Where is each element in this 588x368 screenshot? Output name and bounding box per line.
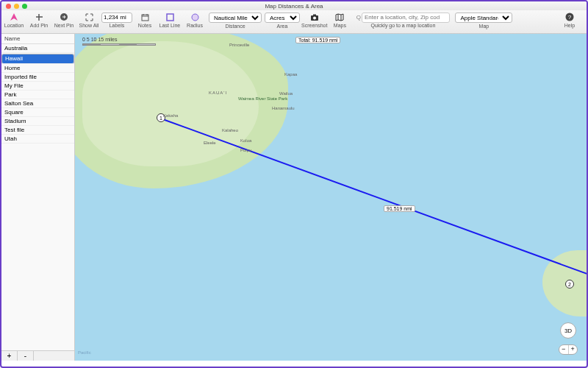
sidebar-item-my-file[interactable]: My File: [1, 82, 74, 91]
svg-rect-2: [167, 14, 173, 21]
close-icon[interactable]: [6, 4, 11, 9]
svg-text:?: ?: [568, 14, 572, 21]
segment-distance-label: 91.519 nmi: [384, 205, 415, 212]
measure-display: Labels: [101, 12, 132, 32]
sidebar-item-australia[interactable]: Australia: [1, 44, 74, 53]
notes-button[interactable]: Notes: [132, 12, 157, 32]
distance-unit-select[interactable]: Nautical Miles Distance: [207, 12, 263, 32]
help-button[interactable]: ? Help: [557, 12, 582, 32]
next-pin-button[interactable]: Next Pin: [51, 12, 76, 32]
locations-list: AustraliaHawaiiHomeImported fileMy FileP…: [1, 44, 74, 350]
area-unit-select[interactable]: Acres Area: [263, 12, 301, 32]
sidebar-item-park[interactable]: Park: [1, 91, 74, 99]
zoom-in-button[interactable]: +: [569, 345, 578, 354]
3d-toggle-button[interactable]: 3D: [560, 322, 576, 339]
map-style-dropdown[interactable]: Apple Standard: [455, 13, 512, 23]
arrow-right-circle-icon: [60, 12, 68, 22]
sidebar-item-salton-sea[interactable]: Salton Sea: [1, 99, 74, 108]
sidebar-item-hawaii[interactable]: Hawaii: [1, 54, 74, 64]
show-all-button[interactable]: Show All: [76, 12, 101, 32]
map-scale: 0 5 10 15 miles: [82, 37, 156, 46]
scale-bar-icon: [82, 43, 156, 46]
place-label: Wailua: [279, 91, 293, 96]
sidebar-item-utah[interactable]: Utah: [1, 135, 74, 144]
add-pin-button[interactable]: Add Pin: [26, 12, 51, 32]
distance-unit-dropdown[interactable]: Nautical Miles: [209, 13, 262, 23]
place-label: Eleele: [204, 141, 216, 145]
location-search-input[interactable]: [362, 13, 450, 23]
sidebar-item-imported-file[interactable]: Imported file: [1, 73, 74, 82]
place-label: KAUA'I: [209, 91, 227, 95]
area-unit-dropdown[interactable]: Acres: [265, 13, 300, 23]
add-location-button[interactable]: +: [1, 351, 18, 361]
sidebar-header: Name: [1, 34, 74, 44]
total-distance-label: Total: 91.519 nmi: [295, 37, 340, 43]
fullscreen-icon[interactable]: [22, 4, 27, 9]
sidebar-item-stadium[interactable]: Stadium: [1, 117, 74, 126]
island-kauai: [75, 34, 288, 188]
last-line-button[interactable]: Last Line: [157, 12, 182, 32]
sidebar-item-square[interactable]: Square: [1, 108, 74, 117]
radius-button[interactable]: Radius: [182, 12, 207, 32]
circle-icon: [191, 12, 199, 22]
calendar-icon: [141, 12, 149, 22]
svg-rect-1: [142, 15, 148, 21]
plus-icon: [35, 12, 43, 22]
locations-sidebar: Name AustraliaHawaiiHomeImported fileMy …: [1, 34, 75, 361]
measure-value-field: [101, 13, 132, 23]
location-button[interactable]: Location: [1, 12, 26, 32]
park-label: Waimea River State Park: [238, 96, 287, 101]
place-label: Kapaa: [284, 72, 297, 77]
maps-button[interactable]: Maps: [327, 12, 352, 32]
expand-icon: [85, 12, 93, 22]
svg-rect-6: [313, 14, 316, 15]
pin-2[interactable]: 2: [565, 280, 574, 289]
screenshot-button[interactable]: Screenshot: [301, 12, 327, 32]
svg-point-5: [313, 16, 316, 19]
goto-search[interactable]: Q Quickly go to a map location: [352, 12, 453, 32]
map-view[interactable]: 0 5 10 15 miles Total: 91.519 nmi 91.519…: [75, 34, 587, 361]
remove-location-button[interactable]: -: [18, 351, 34, 361]
zoom-control: − +: [559, 344, 578, 355]
map-icon: [335, 12, 344, 22]
minimize-icon[interactable]: [14, 4, 19, 9]
square-outline-icon: [166, 12, 174, 22]
toolbar: Location Add Pin Next Pin Show All Label…: [1, 10, 587, 34]
svg-point-3: [192, 14, 198, 21]
sidebar-item-home[interactable]: Home: [1, 64, 74, 73]
place-label: Koloa: [240, 138, 251, 143]
map-style-select[interactable]: Apple Standard Map: [453, 12, 514, 32]
place-label: Kalaheo: [222, 128, 238, 132]
navigation-arrow-icon: [10, 12, 18, 22]
place-label: Princeville: [229, 43, 249, 47]
place-label: Poipu: [240, 148, 251, 152]
place-label: Hanamaulu: [272, 106, 295, 110]
help-icon: ?: [565, 12, 574, 22]
camera-icon: [310, 12, 319, 22]
ocean-label: Pacific: [78, 350, 91, 355]
window-title: Map Distances & Area: [265, 3, 323, 10]
zoom-out-button[interactable]: −: [559, 345, 569, 354]
window-titlebar: Map Distances & Area: [1, 1, 587, 10]
sidebar-item-test-file[interactable]: Test file: [1, 126, 74, 135]
place-label: Kekaha: [163, 113, 178, 118]
